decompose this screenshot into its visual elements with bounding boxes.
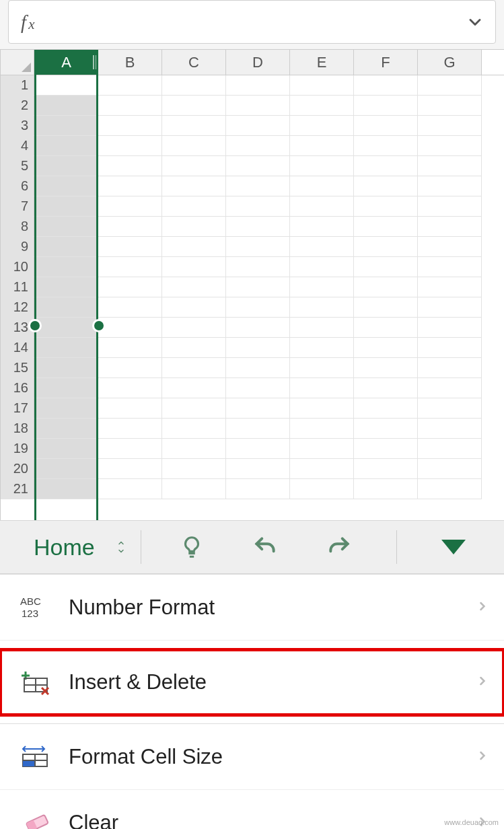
cell[interactable]	[98, 318, 162, 338]
cell[interactable]	[34, 398, 98, 419]
cell[interactable]	[98, 136, 162, 156]
cell[interactable]	[34, 358, 98, 378]
column-header-e[interactable]: E	[290, 50, 354, 75]
cell[interactable]	[290, 439, 354, 459]
row-header[interactable]: 17	[1, 398, 34, 419]
cell[interactable]	[290, 257, 354, 277]
cell[interactable]	[290, 358, 354, 378]
cell[interactable]	[98, 479, 162, 499]
cell[interactable]	[226, 419, 290, 439]
cell[interactable]	[354, 75, 418, 96]
cell[interactable]	[34, 75, 98, 96]
cell[interactable]	[34, 297, 98, 318]
cell[interactable]	[98, 277, 162, 297]
cell[interactable]	[418, 75, 482, 96]
cell[interactable]	[418, 277, 482, 297]
cell[interactable]	[354, 378, 418, 398]
cell[interactable]	[98, 419, 162, 439]
cell[interactable]	[226, 297, 290, 318]
cell[interactable]	[226, 459, 290, 479]
cell[interactable]	[98, 338, 162, 358]
cell[interactable]	[418, 358, 482, 378]
cell[interactable]	[354, 297, 418, 318]
cell[interactable]	[290, 136, 354, 156]
cell[interactable]	[98, 358, 162, 378]
cell[interactable]	[290, 338, 354, 358]
cell[interactable]	[34, 96, 98, 116]
cell[interactable]	[354, 116, 418, 136]
cell[interactable]	[34, 459, 98, 479]
row-header[interactable]: 19	[1, 439, 34, 459]
cell[interactable]	[226, 156, 290, 176]
cell[interactable]	[98, 116, 162, 136]
cell[interactable]	[34, 419, 98, 439]
row-header[interactable]: 8	[1, 217, 34, 237]
row-header[interactable]: 6	[1, 176, 34, 196]
cell[interactable]	[354, 277, 418, 297]
column-header-d[interactable]: D	[226, 50, 290, 75]
cell[interactable]	[226, 318, 290, 338]
cell[interactable]	[162, 439, 226, 459]
cell[interactable]	[226, 196, 290, 217]
cell[interactable]	[162, 479, 226, 499]
cell[interactable]	[162, 378, 226, 398]
cell[interactable]	[98, 459, 162, 479]
tell-me-button[interactable]	[175, 530, 209, 564]
cell[interactable]	[98, 439, 162, 459]
cell[interactable]	[162, 196, 226, 217]
cell[interactable]	[354, 196, 418, 217]
cell[interactable]	[98, 217, 162, 237]
collapse-ribbon-button[interactable]	[437, 530, 470, 564]
cell[interactable]	[34, 439, 98, 459]
cell[interactable]	[418, 318, 482, 338]
cell[interactable]	[226, 358, 290, 378]
row-header[interactable]: 16	[1, 378, 34, 398]
cell[interactable]	[34, 156, 98, 176]
cell[interactable]	[226, 338, 290, 358]
column-header-a[interactable]: A	[34, 50, 98, 75]
cell[interactable]	[226, 136, 290, 156]
cell[interactable]	[418, 156, 482, 176]
cell[interactable]	[226, 439, 290, 459]
row-header[interactable]: 20	[1, 459, 34, 479]
cell[interactable]	[98, 398, 162, 419]
cell[interactable]	[162, 136, 226, 156]
cell[interactable]	[290, 116, 354, 136]
cell[interactable]	[98, 156, 162, 176]
column-header-b[interactable]: B	[98, 50, 162, 75]
cell[interactable]	[226, 176, 290, 196]
cell[interactable]	[418, 96, 482, 116]
row-header[interactable]: 2	[1, 96, 34, 116]
cell[interactable]	[354, 217, 418, 237]
cell[interactable]	[226, 96, 290, 116]
cell[interactable]	[418, 257, 482, 277]
cell[interactable]	[34, 237, 98, 257]
cell[interactable]	[98, 378, 162, 398]
cell[interactable]	[354, 176, 418, 196]
cell[interactable]	[226, 116, 290, 136]
cell[interactable]	[290, 217, 354, 237]
column-header-f[interactable]: F	[354, 50, 418, 75]
formula-input[interactable]	[56, 1, 455, 43]
cell[interactable]	[354, 237, 418, 257]
expand-formula-icon[interactable]	[455, 13, 495, 32]
cell[interactable]	[162, 176, 226, 196]
cell[interactable]	[34, 338, 98, 358]
cell[interactable]	[418, 479, 482, 499]
cell[interactable]	[162, 358, 226, 378]
row-header[interactable]: 3	[1, 116, 34, 136]
cell[interactable]	[226, 257, 290, 277]
cell[interactable]	[290, 297, 354, 318]
menu-item-format-cell-size[interactable]: Format Cell Size	[0, 724, 504, 790]
cell[interactable]	[290, 196, 354, 217]
cell[interactable]	[290, 479, 354, 499]
cell[interactable]	[162, 217, 226, 237]
cell[interactable]	[226, 479, 290, 499]
ribbon-tab-selector[interactable]: Home	[0, 521, 141, 573]
cell[interactable]	[34, 378, 98, 398]
cell[interactable]	[34, 196, 98, 217]
cell[interactable]	[418, 116, 482, 136]
cell[interactable]	[290, 75, 354, 96]
cell[interactable]	[162, 116, 226, 136]
cell[interactable]	[354, 338, 418, 358]
